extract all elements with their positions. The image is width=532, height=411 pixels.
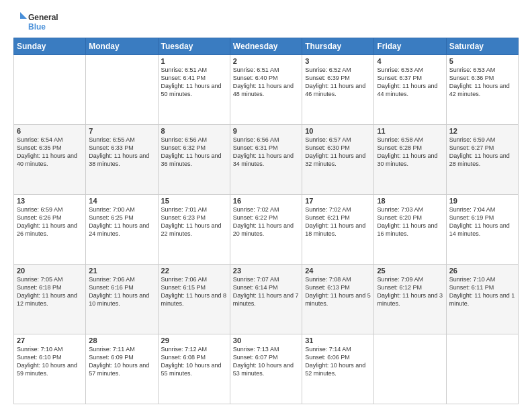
day-content: Sunrise: 7:01 AM Sunset: 6:23 PM Dayligh… <box>161 205 227 238</box>
day-number: 7 <box>89 127 154 135</box>
day-number: 9 <box>233 127 299 135</box>
calendar-cell: 21Sunrise: 7:06 AM Sunset: 6:16 PM Dayli… <box>86 265 158 334</box>
calendar-week-row: 27Sunrise: 7:10 AM Sunset: 6:10 PM Dayli… <box>14 334 519 404</box>
day-content: Sunrise: 7:08 AM Sunset: 6:13 PM Dayligh… <box>305 275 371 308</box>
calendar-cell: 1Sunrise: 6:51 AM Sunset: 6:41 PM Daylig… <box>158 55 230 125</box>
day-content: Sunrise: 6:54 AM Sunset: 6:35 PM Dayligh… <box>17 136 83 169</box>
calendar-cell: 10Sunrise: 6:57 AM Sunset: 6:30 PM Dayli… <box>302 125 374 195</box>
calendar-cell: 7Sunrise: 6:55 AM Sunset: 6:33 PM Daylig… <box>86 125 158 195</box>
day-number: 10 <box>305 127 371 135</box>
logo-general: General <box>28 13 58 22</box>
day-number: 15 <box>161 197 227 205</box>
calendar-cell: 3Sunrise: 6:52 AM Sunset: 6:39 PM Daylig… <box>302 55 374 125</box>
calendar-cell: 15Sunrise: 7:01 AM Sunset: 6:23 PM Dayli… <box>158 195 230 265</box>
day-number: 28 <box>89 336 154 345</box>
calendar-day-header: Wednesday <box>230 38 302 55</box>
day-content: Sunrise: 7:03 AM Sunset: 6:20 PM Dayligh… <box>377 205 443 238</box>
day-number: 6 <box>17 127 83 135</box>
calendar-table: SundayMondayTuesdayWednesdayThursdayFrid… <box>13 38 519 404</box>
calendar-cell: 9Sunrise: 6:56 AM Sunset: 6:31 PM Daylig… <box>230 125 302 195</box>
calendar-cell: 24Sunrise: 7:08 AM Sunset: 6:13 PM Dayli… <box>302 265 374 334</box>
day-number: 12 <box>449 127 515 135</box>
day-number: 1 <box>161 57 227 65</box>
day-content: Sunrise: 7:07 AM Sunset: 6:14 PM Dayligh… <box>233 275 299 308</box>
calendar-day-header: Sunday <box>14 38 86 55</box>
calendar-cell: 22Sunrise: 7:06 AM Sunset: 6:15 PM Dayli… <box>158 265 230 334</box>
logo-text: General Blue <box>28 13 58 32</box>
day-number: 27 <box>17 336 83 345</box>
day-content: Sunrise: 6:58 AM Sunset: 6:28 PM Dayligh… <box>377 136 443 169</box>
calendar-cell: 17Sunrise: 7:02 AM Sunset: 6:21 PM Dayli… <box>302 195 374 265</box>
day-content: Sunrise: 7:13 AM Sunset: 6:07 PM Dayligh… <box>233 345 299 378</box>
day-number: 14 <box>89 197 154 205</box>
day-content: Sunrise: 7:12 AM Sunset: 6:08 PM Dayligh… <box>161 345 227 378</box>
calendar-week-row: 1Sunrise: 6:51 AM Sunset: 6:41 PM Daylig… <box>14 55 519 125</box>
day-content: Sunrise: 6:59 AM Sunset: 6:27 PM Dayligh… <box>449 136 515 169</box>
day-content: Sunrise: 6:56 AM Sunset: 6:31 PM Dayligh… <box>233 136 299 169</box>
logo-svg <box>13 12 27 32</box>
calendar-cell: 31Sunrise: 7:14 AM Sunset: 6:06 PM Dayli… <box>302 334 374 404</box>
day-number: 11 <box>377 127 443 135</box>
day-number: 19 <box>449 197 515 205</box>
day-content: Sunrise: 6:51 AM Sunset: 6:41 PM Dayligh… <box>161 66 227 99</box>
day-number: 23 <box>233 267 299 275</box>
day-number: 8 <box>161 127 227 135</box>
day-content: Sunrise: 7:09 AM Sunset: 6:12 PM Dayligh… <box>377 275 443 308</box>
calendar-cell: 20Sunrise: 7:05 AM Sunset: 6:18 PM Dayli… <box>14 265 86 334</box>
day-content: Sunrise: 6:52 AM Sunset: 6:39 PM Dayligh… <box>305 66 371 99</box>
calendar-cell: 6Sunrise: 6:54 AM Sunset: 6:35 PM Daylig… <box>14 125 86 195</box>
day-number: 25 <box>377 267 443 275</box>
day-content: Sunrise: 6:51 AM Sunset: 6:40 PM Dayligh… <box>233 66 299 99</box>
calendar-cell: 11Sunrise: 6:58 AM Sunset: 6:28 PM Dayli… <box>374 125 446 195</box>
calendar-day-header: Friday <box>374 38 446 55</box>
calendar-cell: 29Sunrise: 7:12 AM Sunset: 6:08 PM Dayli… <box>158 334 230 404</box>
calendar-cell: 23Sunrise: 7:07 AM Sunset: 6:14 PM Dayli… <box>230 265 302 334</box>
calendar-cell: 2Sunrise: 6:51 AM Sunset: 6:40 PM Daylig… <box>230 55 302 125</box>
day-content: Sunrise: 6:57 AM Sunset: 6:30 PM Dayligh… <box>305 136 371 169</box>
calendar-cell: 8Sunrise: 6:56 AM Sunset: 6:32 PM Daylig… <box>158 125 230 195</box>
day-number: 13 <box>17 197 83 205</box>
day-number: 26 <box>449 267 515 275</box>
day-number: 4 <box>377 57 443 65</box>
calendar-cell: 16Sunrise: 7:02 AM Sunset: 6:22 PM Dayli… <box>230 195 302 265</box>
day-content: Sunrise: 7:02 AM Sunset: 6:21 PM Dayligh… <box>305 205 371 238</box>
calendar-cell: 5Sunrise: 6:53 AM Sunset: 6:36 PM Daylig… <box>446 55 518 125</box>
day-content: Sunrise: 7:11 AM Sunset: 6:09 PM Dayligh… <box>89 345 154 378</box>
calendar-cell: 25Sunrise: 7:09 AM Sunset: 6:12 PM Dayli… <box>374 265 446 334</box>
day-content: Sunrise: 7:02 AM Sunset: 6:22 PM Dayligh… <box>233 205 299 238</box>
day-content: Sunrise: 6:59 AM Sunset: 6:26 PM Dayligh… <box>17 205 83 238</box>
day-number: 2 <box>233 57 299 65</box>
calendar-week-row: 6Sunrise: 6:54 AM Sunset: 6:35 PM Daylig… <box>14 125 519 195</box>
day-number: 22 <box>161 267 227 275</box>
calendar-cell: 12Sunrise: 6:59 AM Sunset: 6:27 PM Dayli… <box>446 125 518 195</box>
logo: General Blue <box>13 12 58 32</box>
day-number: 5 <box>449 57 515 65</box>
day-number: 31 <box>305 336 371 345</box>
calendar-week-row: 20Sunrise: 7:05 AM Sunset: 6:18 PM Dayli… <box>14 265 519 334</box>
calendar-day-header: Saturday <box>446 38 518 55</box>
day-content: Sunrise: 7:00 AM Sunset: 6:25 PM Dayligh… <box>89 205 154 238</box>
day-number: 21 <box>89 267 154 275</box>
logo-container: General Blue <box>13 12 58 32</box>
calendar-cell: 27Sunrise: 7:10 AM Sunset: 6:10 PM Dayli… <box>14 334 86 404</box>
day-content: Sunrise: 7:10 AM Sunset: 6:10 PM Dayligh… <box>17 345 83 378</box>
day-content: Sunrise: 6:55 AM Sunset: 6:33 PM Dayligh… <box>89 136 154 169</box>
calendar-cell: 18Sunrise: 7:03 AM Sunset: 6:20 PM Dayli… <box>374 195 446 265</box>
calendar-cell: 4Sunrise: 6:53 AM Sunset: 6:37 PM Daylig… <box>374 55 446 125</box>
day-number: 24 <box>305 267 371 275</box>
day-number: 30 <box>233 336 299 345</box>
day-number: 16 <box>233 197 299 205</box>
day-content: Sunrise: 7:14 AM Sunset: 6:06 PM Dayligh… <box>305 345 371 378</box>
day-number: 20 <box>17 267 83 275</box>
calendar-cell: 28Sunrise: 7:11 AM Sunset: 6:09 PM Dayli… <box>86 334 158 404</box>
calendar-day-header: Thursday <box>302 38 374 55</box>
day-number: 17 <box>305 197 371 205</box>
day-content: Sunrise: 6:53 AM Sunset: 6:37 PM Dayligh… <box>377 66 443 99</box>
header: General Blue <box>13 12 519 32</box>
calendar-day-header: Tuesday <box>158 38 230 55</box>
day-content: Sunrise: 6:53 AM Sunset: 6:36 PM Dayligh… <box>449 66 515 99</box>
day-number: 29 <box>161 336 227 345</box>
calendar-cell: 26Sunrise: 7:10 AM Sunset: 6:11 PM Dayli… <box>446 265 518 334</box>
day-number: 18 <box>377 197 443 205</box>
calendar-cell <box>86 55 158 125</box>
